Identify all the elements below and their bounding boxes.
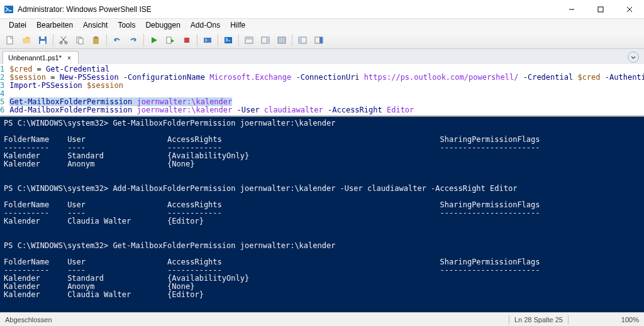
open-icon[interactable] — [19, 33, 34, 48]
menu-tools[interactable]: Tools — [113, 19, 140, 31]
svg-rect-2 — [598, 7, 603, 12]
run-selection-icon[interactable] — [163, 33, 178, 48]
layout-top-icon[interactable] — [242, 33, 257, 48]
redo-icon[interactable] — [126, 33, 141, 48]
new-icon[interactable] — [3, 33, 18, 48]
zoom-level: 100% — [621, 316, 639, 323]
undo-icon[interactable] — [109, 33, 125, 48]
toolbar-separator — [53, 34, 53, 46]
line-gutter: 123456 — [0, 65, 9, 114]
close-button[interactable] — [615, 0, 644, 19]
cut-icon[interactable] — [56, 33, 71, 48]
cursor-position: Ln 28 Spalte 25 — [514, 316, 563, 323]
svg-rect-12 — [79, 38, 83, 44]
menu-addons[interactable]: Add-Ons — [186, 19, 225, 31]
toolbar-separator — [218, 34, 218, 46]
svg-rect-17 — [204, 38, 211, 43]
toolbar-separator — [197, 34, 197, 46]
minimize-button[interactable] — [557, 0, 586, 19]
run-icon[interactable] — [147, 33, 162, 48]
menu-view[interactable]: Ansicht — [78, 19, 113, 31]
svg-rect-15 — [167, 37, 171, 43]
svg-rect-18 — [225, 37, 232, 43]
show-command-addon-icon[interactable] — [311, 33, 326, 48]
svg-rect-20 — [245, 37, 253, 40]
layout-right-icon[interactable] — [258, 33, 273, 48]
app-icon — [4, 4, 14, 14]
status-divider — [568, 315, 569, 324]
svg-rect-7 — [41, 36, 45, 39]
new-remote-icon[interactable] — [200, 33, 215, 48]
expand-script-icon[interactable] — [628, 52, 639, 63]
toolbar-separator — [238, 34, 239, 46]
toolbar-separator — [292, 34, 292, 46]
save-icon[interactable] — [35, 33, 50, 48]
svg-rect-23 — [278, 37, 286, 43]
powershell-icon[interactable] — [221, 33, 236, 48]
maximize-button[interactable] — [586, 0, 615, 19]
window-title: Administrator: Windows PowerShell ISE — [18, 5, 557, 14]
layout-full-icon[interactable] — [274, 33, 289, 48]
svg-rect-16 — [184, 38, 189, 43]
svg-rect-8 — [40, 41, 45, 44]
svg-rect-27 — [319, 37, 323, 43]
script-tab[interactable]: Unbenannt1.ps1* × — [3, 51, 79, 64]
menu-edit[interactable]: Bearbeiten — [31, 19, 78, 31]
tab-close-icon[interactable]: × — [65, 54, 73, 62]
toolbar-separator — [143, 34, 144, 46]
code-area[interactable]: $cred = Get-Credential$session = New-PSS… — [9, 65, 644, 114]
paste-icon[interactable] — [89, 33, 104, 48]
stop-icon[interactable] — [179, 33, 194, 48]
svg-rect-14 — [94, 36, 97, 38]
copy-icon[interactable] — [72, 33, 87, 48]
menu-file[interactable]: Datei — [4, 19, 31, 31]
show-script-icon[interactable] — [295, 33, 310, 48]
tabbar: Unbenannt1.ps1* × — [0, 49, 644, 64]
svg-rect-25 — [299, 37, 302, 43]
menubar: Datei Bearbeiten Ansicht Tools Debuggen … — [0, 19, 644, 31]
status-divider — [509, 315, 509, 324]
titlebar: Administrator: Windows PowerShell ISE — [0, 0, 644, 19]
statusbar: Abgeschlossen Ln 28 Spalte 25 100% — [0, 312, 644, 326]
window-controls — [557, 0, 644, 19]
menu-help[interactable]: Hilfe — [225, 19, 250, 31]
status-message: Abgeschlossen — [5, 316, 52, 323]
tab-label: Unbenannt1.ps1* — [8, 54, 62, 62]
svg-rect-5 — [7, 36, 13, 44]
menu-debug[interactable]: Debuggen — [140, 19, 185, 31]
toolbar — [0, 31, 644, 49]
svg-rect-22 — [266, 37, 269, 43]
script-editor[interactable]: 123456 $cred = Get-Credential$session = … — [0, 64, 644, 116]
console-pane[interactable]: PS C:\WINDOWS\system32> Get-MailboxFolde… — [0, 116, 644, 312]
toolbar-separator — [106, 34, 107, 46]
